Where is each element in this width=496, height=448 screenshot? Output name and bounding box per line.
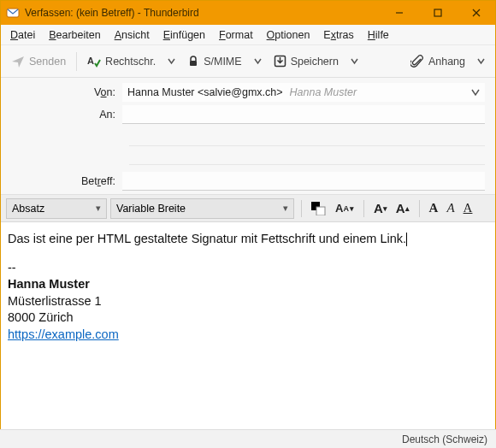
font-size-button[interactable]: AA▾ <box>333 200 357 216</box>
format-sep <box>419 200 420 217</box>
svg-rect-6 <box>190 61 197 66</box>
lock-icon <box>187 56 199 68</box>
paragraph-style-value: Absatz <box>12 203 44 215</box>
attach-dropdown[interactable] <box>472 54 490 68</box>
maximize-button[interactable] <box>418 1 457 25</box>
spellcheck-label: Rechtschr. <box>105 56 156 68</box>
format-toolbar: Absatz ▾ Variable Breite ▾ AA▾ A▾ A▴ A A… <box>1 195 495 222</box>
menu-options[interactable]: Optionen <box>261 27 316 43</box>
to-field[interactable] <box>122 105 485 124</box>
bold-button[interactable]: A <box>427 199 441 217</box>
recipient-extra-row[interactable] <box>129 127 485 146</box>
send-icon <box>11 55 25 68</box>
close-button[interactable] <box>457 1 495 25</box>
menu-extras[interactable]: Extras <box>317 27 359 43</box>
to-label: An: <box>11 109 122 121</box>
save-label: Speichern <box>291 56 339 68</box>
message-body[interactable]: Das ist eine per HTML gestaltete Signatu… <box>1 222 495 434</box>
menu-edit[interactable]: Bearbeiten <box>43 27 106 43</box>
font-family-value: Variable Breite <box>116 203 186 215</box>
send-button[interactable]: Senden <box>6 51 71 72</box>
decrease-size-button[interactable]: A▾ <box>371 199 390 217</box>
signature-link[interactable]: https://example.com <box>8 327 119 341</box>
from-identity: Hanna Muster <salvie@gmx.ch> <box>127 86 283 98</box>
paragraph-style-select[interactable]: Absatz ▾ <box>6 198 107 219</box>
smime-button[interactable]: S/MIME <box>182 52 246 71</box>
signature-city: 8000 Zürich <box>8 309 488 327</box>
menu-format[interactable]: Format <box>213 27 259 43</box>
format-sep <box>301 200 302 217</box>
text-cursor <box>406 233 407 246</box>
format-sep <box>363 200 364 217</box>
increase-size-button[interactable]: A▴ <box>393 199 412 217</box>
from-hint: Hanna Muster <box>290 86 357 98</box>
minimize-button[interactable] <box>380 1 418 25</box>
subject-field[interactable] <box>122 172 485 191</box>
app-icon <box>6 6 20 20</box>
menu-view[interactable]: Ansicht <box>109 27 156 43</box>
signature-separator: -- <box>8 260 488 277</box>
paperclip-icon <box>410 55 424 68</box>
window-title: Verfassen: (kein Betreff) - Thunderbird <box>25 7 380 19</box>
signature-street: Müsterlistrasse 1 <box>8 293 488 310</box>
from-field[interactable]: Hanna Muster <salvie@gmx.ch> Hanna Muste… <box>122 83 485 102</box>
spellcheck-dropdown[interactable] <box>162 54 180 68</box>
italic-button[interactable]: A <box>444 199 457 217</box>
spellcheck-icon: A <box>87 55 101 68</box>
chevron-down-icon: ▾ <box>283 203 288 214</box>
body-line: Das ist eine per HTML gestaltete Signatu… <box>8 232 406 245</box>
chevron-down-icon: ▾ <box>96 203 101 214</box>
menu-insert[interactable]: Einfügen <box>157 27 211 43</box>
status-bar: Deutsch (Schweiz) <box>0 429 496 448</box>
smime-dropdown[interactable] <box>249 54 267 68</box>
compose-toolbar: Senden A Rechtschr. S/MIME Speichern Anh… <box>1 45 495 78</box>
text-color-button[interactable] <box>309 200 329 217</box>
send-label: Senden <box>29 56 66 68</box>
svg-text:A: A <box>87 56 94 66</box>
toolbar-sep <box>76 52 77 71</box>
save-icon <box>274 55 286 68</box>
from-dropdown[interactable] <box>466 88 485 97</box>
color-swatch-icon <box>311 202 327 215</box>
from-label: Von: <box>11 86 122 98</box>
recipient-extra-row[interactable] <box>129 146 485 165</box>
menu-help[interactable]: Hilfe <box>362 27 395 43</box>
signature-name: Hanna Muster <box>8 276 488 293</box>
svg-rect-9 <box>316 207 325 215</box>
spellcheck-button[interactable]: A Rechtschr. <box>82 51 161 72</box>
smime-label: S/MIME <box>204 56 241 68</box>
message-headers: Von: Hanna Muster <salvie@gmx.ch> Hanna … <box>1 78 495 195</box>
underline-button[interactable]: A <box>461 199 475 217</box>
save-dropdown[interactable] <box>345 54 363 68</box>
window-titlebar: Verfassen: (kein Betreff) - Thunderbird <box>1 1 495 25</box>
save-button[interactable]: Speichern <box>269 51 344 71</box>
menu-file[interactable]: Datei <box>4 27 41 43</box>
svg-rect-2 <box>434 9 441 16</box>
language-indicator[interactable]: Deutsch (Schweiz) <box>402 433 487 445</box>
font-family-select[interactable]: Variable Breite ▾ <box>110 198 294 219</box>
subject-label: Betreff: <box>11 175 122 187</box>
attach-button[interactable]: Anhang <box>405 51 470 72</box>
menubar: Datei Bearbeiten Ansicht Einfügen Format… <box>1 25 495 45</box>
attach-label: Anhang <box>428 56 465 68</box>
